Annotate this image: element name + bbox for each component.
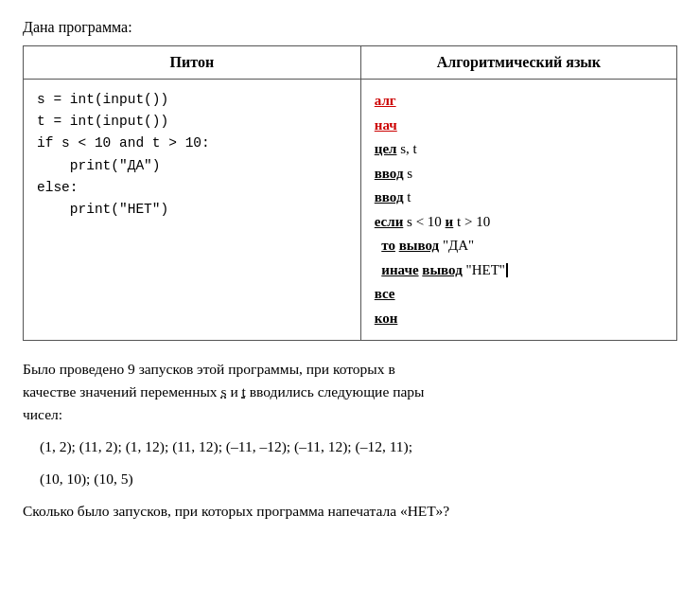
question-text: Сколько было запусков, при которых прогр… [23,500,677,523]
kw-alg: алг [375,93,396,108]
kw-vyvod1: вывод [399,238,439,253]
pairs-line1: (1, 2); (11, 2); (1, 12); (11, 12); (–11… [40,435,677,458]
kw-kon: кон [375,311,398,326]
algo-line-vse: все [375,282,663,307]
kw-to: то [381,238,395,253]
kw-i: и [446,214,454,229]
algo-line-cel: цел s, t [375,137,663,162]
var-t: t [242,383,246,400]
python-code-cell: s = int(input()) t = int(input()) if s <… [24,80,361,341]
algo-code: алг нач цел s, t ввод s ввод t [375,89,663,330]
algo-line-kon: кон [375,307,663,331]
algo-line-vvod-t: ввод t [375,186,663,210]
var-s: s [221,383,227,400]
col1-header: Питон [24,46,361,80]
kw-esli: если [375,214,404,229]
pairs-line2: (10, 10); (10, 5) [40,468,677,490]
kw-cel: цел [375,141,397,156]
algo-line-alg: алг [375,89,663,114]
text-cursor [506,263,508,277]
algo-line-esli: если s < 10 и t > 10 [375,210,663,235]
intro-text: Дана программа: [23,19,677,36]
description-text: Было проведено 9 запусков этой программы… [23,358,677,426]
col2-header: Алгоритмический язык [360,46,676,80]
algo-line-vvod-s: ввод s [375,162,663,187]
kw-vyvod2: вывод [422,262,462,277]
algo-line-to: то вывод "ДА" [375,234,663,258]
kw-nach: нач [375,117,397,133]
kw-vvod1: ввод [375,166,404,181]
main-table: Питон Алгоритмический язык s = int(input… [23,45,677,341]
kw-vvod2: ввод [375,189,404,204]
python-code: s = int(input()) t = int(input()) if s <… [37,89,347,221]
algo-code-cell: алг нач цел s, t ввод s ввод t [360,80,676,341]
algo-line-inache: иначе вывод "НЕТ" [375,258,663,283]
kw-vse: все [375,286,395,301]
kw-inache: иначе [381,262,418,277]
algo-line-nach: нач [375,114,663,138]
